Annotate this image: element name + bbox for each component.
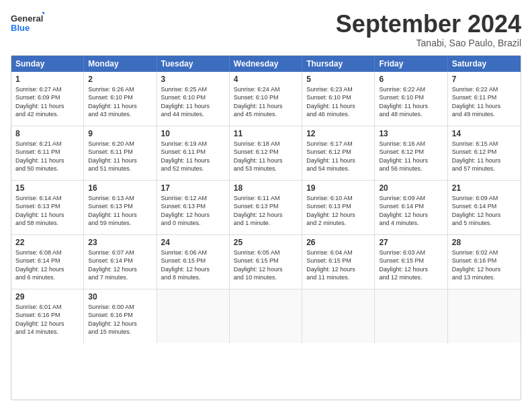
header-day-friday: Friday	[375, 56, 447, 72]
cell-content: Sunrise: 6:02 AMSunset: 6:16 PMDaylight:…	[452, 248, 517, 282]
day-number: 3	[161, 75, 225, 84]
cell-content: Sunrise: 6:27 AMSunset: 6:09 PMDaylight:…	[15, 85, 79, 119]
cell-content: Sunrise: 6:22 AMSunset: 6:11 PMDaylight:…	[452, 85, 517, 119]
cell-content: Sunrise: 6:25 AMSunset: 6:10 PMDaylight:…	[161, 85, 225, 119]
logo: General Blue	[11, 11, 44, 35]
header-day-sunday: Sunday	[11, 56, 84, 72]
subtitle: Tanabi, Sao Paulo, Brazil	[336, 38, 521, 48]
logo-svg: General Blue	[11, 11, 44, 35]
day-number: 20	[379, 183, 443, 193]
month-title: September 2024	[336, 11, 521, 38]
table-row: 11Sunrise: 6:18 AMSunset: 6:12 PMDayligh…	[230, 126, 302, 180]
table-row	[302, 289, 375, 343]
cell-content: Sunrise: 6:18 AMSunset: 6:12 PMDaylight:…	[234, 140, 298, 173]
day-number: 5	[306, 75, 370, 84]
day-number: 15	[15, 183, 79, 193]
cell-content: Sunrise: 6:21 AMSunset: 6:11 PMDaylight:…	[15, 140, 79, 173]
header-day-monday: Monday	[84, 56, 157, 72]
cell-content: Sunrise: 6:19 AMSunset: 6:11 PMDaylight:…	[161, 140, 225, 173]
day-number: 8	[15, 129, 79, 138]
table-row: 19Sunrise: 6:10 AMSunset: 6:13 PMDayligh…	[302, 181, 375, 234]
day-number: 1	[15, 75, 79, 84]
table-row: 24Sunrise: 6:06 AMSunset: 6:15 PMDayligh…	[157, 235, 230, 289]
day-number: 28	[452, 238, 517, 247]
header-day-wednesday: Wednesday	[230, 56, 302, 72]
table-row	[157, 289, 230, 343]
table-row: 21Sunrise: 6:09 AMSunset: 6:14 PMDayligh…	[448, 181, 521, 234]
table-row: 9Sunrise: 6:20 AMSunset: 6:11 PMDaylight…	[84, 126, 157, 180]
day-number: 14	[452, 129, 517, 138]
calendar-row-2: 8Sunrise: 6:21 AMSunset: 6:11 PMDaylight…	[11, 126, 521, 181]
calendar-row-3: 15Sunrise: 6:14 AMSunset: 6:13 PMDayligh…	[11, 181, 521, 235]
cell-content: Sunrise: 6:08 AMSunset: 6:14 PMDaylight:…	[15, 248, 79, 282]
table-row: 23Sunrise: 6:07 AMSunset: 6:14 PMDayligh…	[84, 235, 157, 289]
day-number: 13	[379, 129, 443, 138]
calendar-row-4: 22Sunrise: 6:08 AMSunset: 6:14 PMDayligh…	[11, 235, 521, 289]
table-row: 26Sunrise: 6:04 AMSunset: 6:15 PMDayligh…	[302, 235, 375, 289]
day-number: 2	[88, 75, 152, 84]
cell-content: Sunrise: 6:06 AMSunset: 6:15 PMDaylight:…	[161, 248, 225, 282]
table-row: 7Sunrise: 6:22 AMSunset: 6:11 PMDaylight…	[448, 72, 521, 126]
cell-content: Sunrise: 6:11 AMSunset: 6:13 PMDaylight:…	[234, 194, 298, 228]
table-row: 12Sunrise: 6:17 AMSunset: 6:12 PMDayligh…	[302, 126, 375, 180]
day-number: 21	[452, 183, 517, 193]
calendar-row-5: 29Sunrise: 6:01 AMSunset: 6:16 PMDayligh…	[11, 289, 521, 343]
day-number: 30	[88, 292, 152, 302]
table-row: 13Sunrise: 6:16 AMSunset: 6:12 PMDayligh…	[375, 126, 447, 180]
day-number: 23	[88, 238, 152, 247]
table-row: 3Sunrise: 6:25 AMSunset: 6:10 PMDaylight…	[157, 72, 230, 126]
table-row: 8Sunrise: 6:21 AMSunset: 6:11 PMDaylight…	[11, 126, 84, 180]
cell-content: Sunrise: 6:22 AMSunset: 6:10 PMDaylight:…	[379, 85, 443, 119]
cell-content: Sunrise: 6:09 AMSunset: 6:14 PMDaylight:…	[452, 194, 517, 228]
day-number: 25	[234, 238, 298, 247]
cell-content: Sunrise: 6:09 AMSunset: 6:14 PMDaylight:…	[379, 194, 443, 228]
header-day-tuesday: Tuesday	[157, 56, 230, 72]
day-number: 9	[88, 129, 152, 138]
cell-content: Sunrise: 6:14 AMSunset: 6:13 PMDaylight:…	[15, 194, 79, 228]
table-row: 16Sunrise: 6:13 AMSunset: 6:13 PMDayligh…	[84, 181, 157, 234]
calendar-body: 1Sunrise: 6:27 AMSunset: 6:09 PMDaylight…	[11, 72, 521, 343]
cell-content: Sunrise: 6:04 AMSunset: 6:15 PMDaylight:…	[306, 248, 370, 282]
header: General Blue September 2024 Tanabi, Sao …	[11, 11, 521, 48]
day-number: 17	[161, 183, 225, 193]
day-number: 18	[234, 183, 298, 193]
cell-content: Sunrise: 6:26 AMSunset: 6:10 PMDaylight:…	[88, 85, 152, 119]
day-number: 6	[379, 75, 443, 84]
page: General Blue September 2024 Tanabi, Sao …	[0, 0, 532, 411]
table-row: 30Sunrise: 6:00 AMSunset: 6:16 PMDayligh…	[84, 289, 157, 343]
table-row: 15Sunrise: 6:14 AMSunset: 6:13 PMDayligh…	[11, 181, 84, 234]
day-number: 24	[161, 238, 225, 247]
cell-content: Sunrise: 6:17 AMSunset: 6:12 PMDaylight:…	[306, 140, 370, 173]
cell-content: Sunrise: 6:07 AMSunset: 6:14 PMDaylight:…	[88, 248, 152, 282]
table-row: 14Sunrise: 6:15 AMSunset: 6:12 PMDayligh…	[448, 126, 521, 180]
day-number: 26	[306, 238, 370, 247]
day-number: 7	[452, 75, 517, 84]
cell-content: Sunrise: 6:16 AMSunset: 6:12 PMDaylight:…	[379, 140, 443, 173]
day-number: 19	[306, 183, 370, 193]
calendar-row-1: 1Sunrise: 6:27 AMSunset: 6:09 PMDaylight…	[11, 72, 521, 126]
header-day-thursday: Thursday	[302, 56, 375, 72]
table-row: 29Sunrise: 6:01 AMSunset: 6:16 PMDayligh…	[11, 289, 84, 343]
day-number: 27	[379, 238, 443, 247]
day-number: 29	[15, 292, 79, 302]
day-number: 16	[88, 183, 152, 193]
table-row: 22Sunrise: 6:08 AMSunset: 6:14 PMDayligh…	[11, 235, 84, 289]
svg-text:General: General	[11, 13, 43, 24]
cell-content: Sunrise: 6:05 AMSunset: 6:15 PMDaylight:…	[234, 248, 298, 282]
table-row: 1Sunrise: 6:27 AMSunset: 6:09 PMDaylight…	[11, 72, 84, 126]
calendar: SundayMondayTuesdayWednesdayThursdayFrid…	[11, 55, 521, 400]
table-row	[448, 289, 521, 343]
day-number: 12	[306, 129, 370, 138]
table-row: 27Sunrise: 6:03 AMSunset: 6:15 PMDayligh…	[375, 235, 447, 289]
header-day-saturday: Saturday	[448, 56, 521, 72]
cell-content: Sunrise: 6:03 AMSunset: 6:15 PMDaylight:…	[379, 248, 443, 282]
table-row: 6Sunrise: 6:22 AMSunset: 6:10 PMDaylight…	[375, 72, 447, 126]
cell-content: Sunrise: 6:13 AMSunset: 6:13 PMDaylight:…	[88, 194, 152, 228]
day-number: 22	[15, 238, 79, 247]
cell-content: Sunrise: 6:12 AMSunset: 6:13 PMDaylight:…	[161, 194, 225, 228]
cell-content: Sunrise: 6:24 AMSunset: 6:10 PMDaylight:…	[234, 85, 298, 119]
table-row: 4Sunrise: 6:24 AMSunset: 6:10 PMDaylight…	[230, 72, 302, 126]
svg-text:Blue: Blue	[11, 23, 30, 33]
table-row: 25Sunrise: 6:05 AMSunset: 6:15 PMDayligh…	[230, 235, 302, 289]
table-row: 2Sunrise: 6:26 AMSunset: 6:10 PMDaylight…	[84, 72, 157, 126]
